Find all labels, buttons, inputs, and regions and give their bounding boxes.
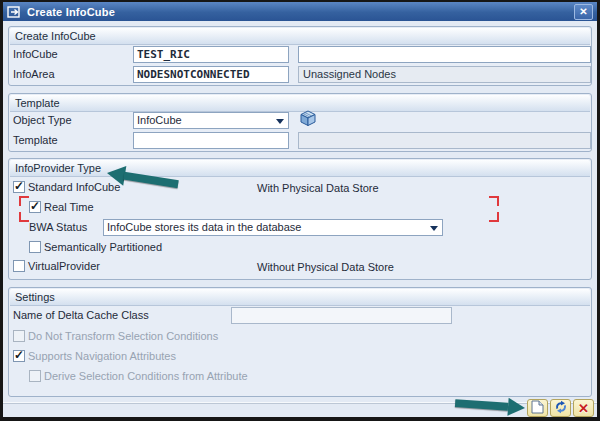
dropdown-arrow-icon bbox=[430, 226, 438, 231]
dialog-titlebar: Create InfoCube ✕ bbox=[3, 2, 597, 21]
derive-selection-conditions-checkbox[interactable] bbox=[29, 370, 41, 382]
real-time-label: Real Time bbox=[44, 199, 94, 216]
supports-navigation-attributes-label: Supports Navigation Attributes bbox=[28, 348, 176, 365]
infocube-label: InfoCube bbox=[13, 46, 58, 63]
delta-cache-class-input[interactable] bbox=[231, 307, 452, 324]
supports-navigation-attributes-checkbox[interactable] bbox=[13, 350, 25, 362]
derive-selection-conditions-label: Derive Selection Conditions from Attribu… bbox=[44, 368, 248, 385]
object-type-value: InfoCube bbox=[137, 114, 182, 126]
cancel-x-icon: ✕ bbox=[578, 402, 589, 415]
bwa-status-label: BWA Status bbox=[29, 219, 87, 236]
with-physical-data-store-note: With Physical Data Store bbox=[257, 181, 379, 195]
refresh-icon bbox=[554, 400, 568, 416]
create-infocube-dialog: Create InfoCube ✕ Create InfoCube InfoCu… bbox=[0, 0, 600, 421]
infoarea-description-field: Unassigned Nodes bbox=[298, 66, 591, 83]
infoarea-input[interactable]: NODESNOTCONNECTED bbox=[133, 66, 289, 83]
virtualprovider-checkbox[interactable] bbox=[13, 260, 25, 272]
do-not-transform-label: Do Not Transform Selection Conditions bbox=[28, 328, 218, 345]
object-type-label: Object Type bbox=[13, 112, 72, 129]
create-button[interactable] bbox=[527, 399, 548, 417]
semantically-partitioned-checkbox[interactable] bbox=[29, 241, 41, 253]
template-input[interactable] bbox=[133, 132, 289, 149]
create-group-title: Create InfoCube bbox=[10, 28, 590, 45]
delta-cache-class-label: Name of Delta Cache Class bbox=[13, 307, 149, 324]
close-icon: ✕ bbox=[579, 7, 587, 17]
cancel-button[interactable]: ✕ bbox=[573, 399, 594, 417]
close-button[interactable]: ✕ bbox=[574, 4, 593, 20]
infoprovider-group-title: InfoProvider Type bbox=[10, 160, 590, 177]
do-not-transform-checkbox[interactable] bbox=[13, 330, 25, 342]
infocube-cube-icon bbox=[299, 110, 317, 129]
infocube-description-input[interactable] bbox=[298, 46, 591, 63]
dialog-title: Create InfoCube bbox=[27, 6, 574, 18]
without-physical-data-store-note: Without Physical Data Store bbox=[257, 260, 394, 274]
virtualprovider-label: VirtualProvider bbox=[28, 258, 100, 275]
standard-infocube-checkbox[interactable] bbox=[13, 181, 25, 193]
object-type-dropdown[interactable]: InfoCube bbox=[133, 112, 289, 129]
new-page-icon bbox=[531, 400, 544, 416]
template-description-field bbox=[298, 132, 591, 149]
semantically-partitioned-label: Semantically Partitioned bbox=[44, 239, 162, 256]
bwa-status-value: InfoCube stores its data in the database bbox=[107, 221, 301, 233]
real-time-checkbox[interactable] bbox=[29, 201, 41, 213]
infocube-input[interactable]: TEST_RIC bbox=[133, 46, 289, 63]
infoarea-label: InfoArea bbox=[13, 66, 55, 83]
defaults-button[interactable] bbox=[550, 399, 571, 417]
dropdown-arrow-icon bbox=[276, 119, 284, 124]
settings-group-title: Settings bbox=[10, 289, 590, 306]
dialog-window-icon bbox=[7, 6, 22, 18]
bwa-status-dropdown[interactable]: InfoCube stores its data in the database bbox=[103, 219, 443, 236]
template-label: Template bbox=[13, 132, 58, 149]
